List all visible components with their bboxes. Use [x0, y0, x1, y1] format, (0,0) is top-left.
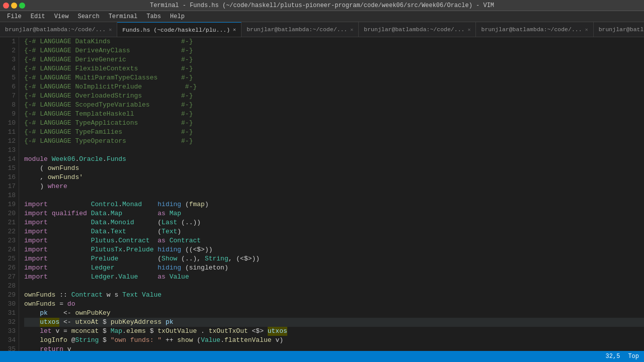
code-line-12: {-# LANGUAGE TypeOperators #-}	[24, 137, 644, 146]
code-line-2: {-# LANGUAGE DeriveAnyClass #-}	[24, 46, 644, 55]
code-line-30: ownFunds = do	[24, 300, 644, 309]
title-bar: Terminal - Funds.hs (~/code/haskell/plut…	[0, 0, 644, 11]
code-line-1: {-# LANGUAGE DataKinds #-}	[24, 37, 644, 46]
code-line-35: return v	[24, 345, 644, 351]
menu-edit[interactable]: Edit	[27, 12, 49, 21]
code-line-20: import qualified Data.Map as Map	[24, 209, 644, 218]
status-right: 32,5 Top	[606, 353, 639, 360]
scroll-position: Top	[628, 353, 639, 360]
maximize-button[interactable]	[19, 3, 25, 9]
tab-5-label: brunjlar@batlambda:~/code/...	[599, 26, 644, 33]
code-line-10: {-# LANGUAGE TypeApplications #-}	[24, 119, 644, 128]
status-bar: 32,5 Top	[0, 351, 644, 362]
code-line-22: import Data.Text (Text)	[24, 227, 644, 236]
editor: 12345 678910 1112131415 1617181920 21222…	[0, 37, 644, 351]
code-line-8: {-# LANGUAGE ScopedTypeVariables #-}	[24, 101, 644, 110]
tab-5[interactable]: brunjlar@batlambda:~/code/...	[594, 22, 644, 37]
code-line-3: {-# LANGUAGE DeriveGeneric #-}	[24, 55, 644, 64]
window-controls	[3, 3, 25, 9]
tab-1[interactable]: Funds.hs (~code/haskell/plu...) ✕	[117, 22, 242, 37]
code-line-32: utxos <- utxoAt $ pubKeyAddress pk	[24, 318, 644, 327]
line-numbers: 12345 678910 1112131415 1617181920 21222…	[0, 37, 19, 351]
code-line-31: pk <- ownPubKey	[24, 309, 644, 318]
tab-3-close[interactable]: ✕	[467, 27, 470, 33]
code-line-25: import Prelude (Show (..), String, (<$>)…	[24, 254, 644, 263]
tab-4-label: brunjlar@batlambda:~/code/...	[481, 26, 582, 33]
menu-bar: File Edit View Search Terminal Tabs Help	[0, 11, 644, 22]
code-line-29: ownFunds :: Contract w s Text Value	[24, 291, 644, 300]
menu-view[interactable]: View	[50, 12, 73, 21]
tab-4[interactable]: brunjlar@batlambda:~/code/... ✕	[476, 22, 593, 37]
menu-tabs[interactable]: Tabs	[142, 12, 165, 21]
code-line-24: import PlutusTx.Prelude hiding ((<$>))	[24, 245, 644, 254]
code-line-19: import Control.Monad hiding (fmap)	[24, 200, 644, 209]
code-line-9: {-# LANGUAGE TemplateHaskell #-}	[24, 110, 644, 119]
menu-help[interactable]: Help	[166, 12, 189, 21]
code-line-26: import Ledger hiding (singleton)	[24, 263, 644, 273]
code-line-11: {-# LANGUAGE TypeFamilies #-}	[24, 128, 644, 137]
code-line-28	[24, 282, 644, 291]
code-line-21: import Data.Monoid (Last (..))	[24, 218, 644, 227]
code-line-13	[24, 146, 644, 155]
tab-0[interactable]: brunjlar@batlambda:~/code/... ✕	[0, 22, 117, 37]
tab-bar: brunjlar@batlambda:~/code/... ✕ Funds.hs…	[0, 22, 644, 37]
cursor-position: 32,5	[606, 353, 620, 360]
minimize-button[interactable]	[11, 3, 17, 9]
code-line-15: ( ownFunds	[24, 164, 644, 173]
title-text: Terminal - Funds.hs (~/code/haskell/plut…	[150, 2, 494, 9]
menu-search[interactable]: Search	[73, 12, 103, 21]
code-line-18	[24, 191, 644, 200]
code-area[interactable]: {-# LANGUAGE DataKinds #-} {-# LANGUAGE …	[19, 37, 644, 351]
code-line-34: logInfo @String $ "own funds: " ++ show …	[24, 336, 644, 345]
tab-4-close[interactable]: ✕	[585, 27, 588, 33]
code-line-7: {-# LANGUAGE OverloadedStrings #-}	[24, 92, 644, 101]
tab-1-label: Funds.hs (~code/haskell/plu...)	[122, 27, 230, 33]
code-line-23: import Plutus.Contract as Contract	[24, 236, 644, 245]
code-line-16: , ownFunds'	[24, 173, 644, 182]
menu-file[interactable]: File	[3, 12, 26, 21]
close-button[interactable]	[3, 3, 9, 9]
tab-0-close[interactable]: ✕	[109, 27, 112, 33]
tab-3[interactable]: brunjlar@batlambda:~/code/... ✕	[359, 22, 476, 37]
code-line-27: import Ledger.Value as Value	[24, 273, 644, 282]
code-line-17: ) where	[24, 182, 644, 191]
tab-1-close[interactable]: ✕	[233, 27, 236, 33]
tab-0-label: brunjlar@batlambda:~/code/...	[5, 26, 106, 33]
tab-2[interactable]: brunjlar@batlambda:~/code/... ✕	[242, 22, 359, 37]
tab-3-label: brunjlar@batlambda:~/code/...	[364, 26, 464, 33]
menu-terminal[interactable]: Terminal	[105, 12, 142, 21]
tab-2-close[interactable]: ✕	[350, 27, 353, 33]
code-line-33: let v = mconcat $ Map.elems $ txOutValue…	[24, 327, 644, 336]
code-line-6: {-# LANGUAGE NoImplicitPrelude #-}	[24, 82, 644, 92]
code-line-5: {-# LANGUAGE MultiParamTypeClasses #-}	[24, 73, 644, 82]
tab-2-label: brunjlar@batlambda:~/code/...	[247, 26, 347, 33]
code-line-14: module Week06.Oracle.Funds	[24, 155, 644, 164]
code-line-4: {-# LANGUAGE FlexibleContexts #-}	[24, 64, 644, 73]
